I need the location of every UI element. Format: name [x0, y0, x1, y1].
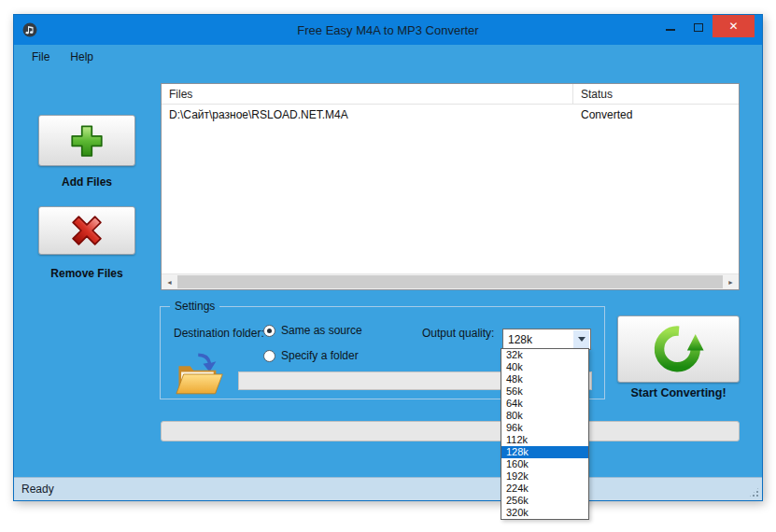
- dropdown-option[interactable]: 192k: [501, 470, 588, 483]
- horizontal-scrollbar[interactable]: ◄ ►: [162, 273, 739, 289]
- window-controls: ✕: [656, 15, 755, 37]
- file-row[interactable]: D:\Сайт\разное\RSLOAD.NET.M4A Converted: [162, 105, 739, 124]
- add-files-button[interactable]: [38, 115, 135, 166]
- file-list: Files Status D:\Сайт\разное\RSLOAD.NET.M…: [161, 83, 740, 290]
- scrollbar-thumb[interactable]: [177, 275, 723, 288]
- add-files-label: Add Files: [21, 175, 152, 189]
- folder-icon: [174, 350, 226, 402]
- app-icon: [22, 22, 37, 37]
- title-bar: Free Easy M4A to MP3 Converter ✕: [14, 15, 762, 45]
- dropdown-option[interactable]: 80k: [501, 410, 588, 422]
- close-icon: ✕: [728, 20, 738, 33]
- menu-file[interactable]: File: [21, 46, 60, 68]
- file-status-cell: Converted: [573, 105, 739, 124]
- dropdown-option[interactable]: 224k: [501, 483, 588, 495]
- radio-same-as-source[interactable]: Same as source: [263, 324, 362, 337]
- menu-bar: File Help: [14, 45, 762, 69]
- remove-cross-icon: [67, 211, 106, 250]
- dropdown-option[interactable]: 96k: [501, 422, 588, 434]
- progress-bar: [161, 421, 740, 441]
- remove-files-label: Remove Files: [21, 267, 152, 280]
- scroll-left-icon[interactable]: ◄: [162, 274, 177, 289]
- quality-dropdown-list: 32k 40k 48k 56k 64k 80k 96k 112k 128k 16…: [501, 348, 589, 520]
- dropdown-option[interactable]: 160k: [501, 458, 588, 470]
- dropdown-option[interactable]: 64k: [501, 398, 588, 410]
- output-quality-select[interactable]: 128k: [502, 329, 591, 350]
- file-list-header: Files Status: [162, 84, 739, 105]
- radio-selected-icon: [263, 325, 275, 337]
- dropdown-option[interactable]: 112k: [501, 434, 588, 446]
- radio-specify-folder-label: Specify a folder: [281, 349, 359, 362]
- dropdown-option-selected[interactable]: 128k: [501, 446, 588, 458]
- column-header-status[interactable]: Status: [573, 84, 739, 104]
- radio-specify-folder[interactable]: Specify a folder: [263, 349, 359, 362]
- radio-unselected-icon: [263, 350, 275, 362]
- file-path-cell: D:\Сайт\разное\RSLOAD.NET.M4A: [162, 105, 573, 124]
- start-converting-label: Start Converting!: [602, 386, 755, 399]
- maximize-button[interactable]: [684, 15, 713, 37]
- output-quality-label: Output quality:: [422, 327, 494, 340]
- minimize-button[interactable]: [656, 15, 684, 37]
- maximize-icon: [694, 23, 703, 32]
- dropdown-option[interactable]: 32k: [501, 349, 588, 361]
- app-window: Free Easy M4A to MP3 Converter ✕ File He…: [13, 14, 763, 501]
- menu-help[interactable]: Help: [60, 46, 104, 68]
- settings-group-label: Settings: [170, 300, 219, 313]
- dropdown-option[interactable]: 256k: [501, 495, 588, 507]
- minimize-icon: [666, 29, 675, 31]
- window-title: Free Easy M4A to MP3 Converter: [14, 15, 762, 45]
- chevron-down-icon[interactable]: [573, 330, 589, 348]
- convert-arrow-icon: [651, 322, 707, 376]
- start-converting-button[interactable]: [617, 315, 740, 383]
- destination-folder-label: Destination folder:: [174, 327, 264, 340]
- status-text: Ready: [21, 483, 54, 496]
- radio-same-as-source-label: Same as source: [281, 324, 362, 337]
- column-header-files[interactable]: Files: [162, 84, 573, 104]
- remove-files-button[interactable]: [38, 206, 135, 255]
- dropdown-option[interactable]: 48k: [501, 373, 588, 385]
- dropdown-option[interactable]: 56k: [501, 385, 588, 398]
- dropdown-option[interactable]: 40k: [501, 361, 588, 373]
- plus-icon: [65, 121, 108, 161]
- output-quality-value: 128k: [508, 333, 532, 346]
- close-button[interactable]: ✕: [713, 15, 755, 37]
- dropdown-option[interactable]: 320k: [501, 507, 588, 519]
- status-bar: Ready: [14, 477, 762, 500]
- scroll-right-icon[interactable]: ►: [723, 274, 739, 289]
- resize-grip[interactable]: [748, 486, 760, 498]
